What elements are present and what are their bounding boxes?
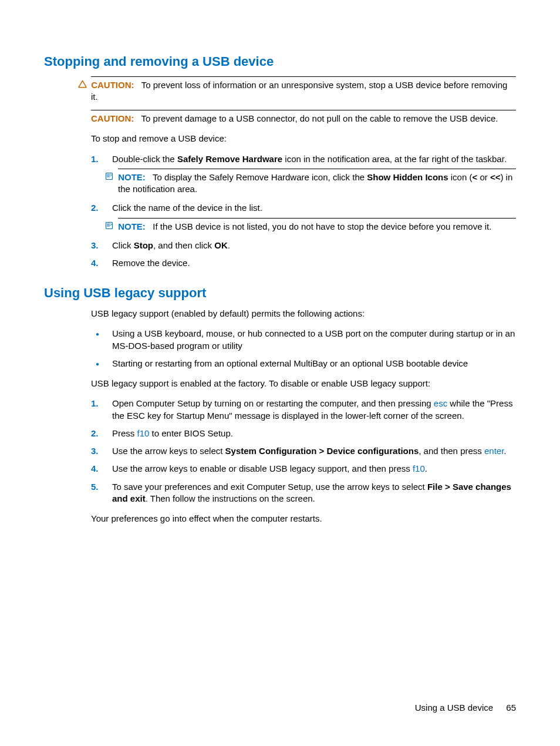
page: Stopping and removing a USB device CAUTI… xyxy=(0,0,560,746)
step-2: Press f10 to enter BIOS Setup. xyxy=(91,428,516,439)
note-label: NOTE: xyxy=(118,221,146,231)
mid-s2: USB legacy support is enabled at the fac… xyxy=(91,378,516,389)
step-2: Click the name of the device in the list… xyxy=(91,202,516,233)
heading-stopping-removing: Stopping and removing a USB device xyxy=(44,53,516,70)
caution-text: To prevent damage to a USB connector, do… xyxy=(141,113,498,123)
page-number: 65 xyxy=(506,703,516,713)
step-3: Use the arrow keys to select System Conf… xyxy=(91,445,516,457)
footer-title: Using a USB device xyxy=(415,703,493,713)
step-1: Double-click the Safely Remove Hardware … xyxy=(91,153,516,196)
note-2-wrap: NOTE: If the USB device is not listed, y… xyxy=(118,218,516,233)
note-icon xyxy=(103,221,116,233)
caution-icon xyxy=(76,79,89,91)
step-5: To save your preferences and exit Comput… xyxy=(91,481,516,505)
caution-text: To prevent loss of information or an unr… xyxy=(91,80,507,102)
svg-rect-1 xyxy=(106,222,113,228)
note-icon xyxy=(103,172,116,183)
caution-1: CAUTION: To prevent loss of information … xyxy=(91,76,516,103)
page-footer: Using a USB device 65 xyxy=(415,702,516,714)
bullet-1: Using a USB keyboard, mouse, or hub conn… xyxy=(91,328,516,352)
step-4: Remove the device. xyxy=(91,257,516,269)
bullets-s2: Using a USB keyboard, mouse, or hub conn… xyxy=(91,328,516,369)
caution-label: CAUTION: xyxy=(91,113,134,123)
section2-content: USB legacy support (enabled by default) … xyxy=(91,308,516,525)
note-2: NOTE: If the USB device is not listed, y… xyxy=(118,218,516,233)
caution-2: CAUTION: To prevent damage to a USB conn… xyxy=(91,110,516,125)
bullet-2: Starting or restarting from an optional … xyxy=(91,358,516,369)
intro-s2: USB legacy support (enabled by default) … xyxy=(91,308,516,320)
step-3: Click Stop, and then click OK. xyxy=(91,240,516,251)
note-label: NOTE: xyxy=(118,172,146,182)
steps-s2: Open Computer Setup by turning on or res… xyxy=(91,398,516,505)
step-4: Use the arrow keys to enable or disable … xyxy=(91,463,516,475)
caution-label: CAUTION: xyxy=(91,80,134,90)
note-1-wrap: NOTE: To display the Safely Remove Hardw… xyxy=(118,169,516,196)
svg-rect-0 xyxy=(106,173,113,179)
section1-content: CAUTION: To prevent loss of information … xyxy=(91,76,516,270)
steps-s1: Double-click the Safely Remove Hardware … xyxy=(91,153,516,270)
step-1: Open Computer Setup by turning on or res… xyxy=(91,398,516,422)
note-1: NOTE: To display the Safely Remove Hardw… xyxy=(118,169,516,196)
intro-s1: To stop and remove a USB device: xyxy=(91,133,516,145)
heading-usb-legacy: Using USB legacy support xyxy=(44,284,516,302)
outro-s2: Your preferences go into effect when the… xyxy=(91,513,516,525)
